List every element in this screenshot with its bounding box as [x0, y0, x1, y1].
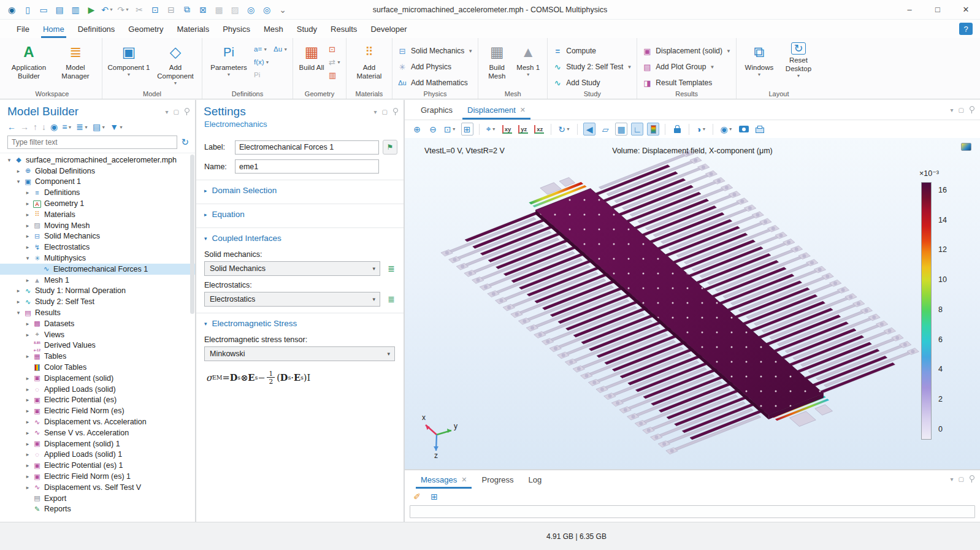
tree-expander-icon[interactable]: ▸ — [23, 353, 32, 359]
panel-menu-icon[interactable]: ▾ — [951, 476, 954, 483]
tree-item[interactable]: ▸⌖Views — [0, 329, 195, 340]
tree-item[interactable]: ▸▣Displacement (solid) — [0, 373, 195, 384]
tree-expander-icon[interactable]: ▸ — [23, 441, 32, 447]
tree-expander-icon[interactable]: ▸ — [23, 201, 32, 207]
find-icon[interactable]: ◎ — [244, 3, 258, 17]
cut-icon[interactable]: ✂ — [132, 3, 146, 17]
help-button[interactable]: ? — [959, 23, 973, 35]
tree-item[interactable]: ▸▣Electric Potential (es) 1 — [0, 460, 195, 471]
tree-expander-icon[interactable]: ▸ — [23, 321, 32, 327]
close-button[interactable]: ✕ — [952, 0, 980, 20]
graphics-tab-displacement[interactable]: Displacement✕ — [460, 100, 533, 120]
electrostatics-select[interactable]: Electrostatics — [204, 292, 380, 307]
menu-materials[interactable]: Materials — [170, 20, 216, 38]
close-tab-icon[interactable]: ✕ — [520, 106, 526, 114]
tree-expander-icon[interactable]: ▸ — [23, 375, 32, 381]
tree-item[interactable]: ▸▩Datasets — [0, 318, 195, 329]
tree-item[interactable]: ▸≡Definitions — [0, 187, 195, 198]
redo-icon[interactable]: ↷▼ — [117, 3, 130, 17]
add-component-button[interactable]: ◇ Add Component▼ — [154, 41, 197, 86]
plot-group-button[interactable]: ▣ Displacement (solid)▼ — [642, 44, 731, 58]
panel-menu-icon[interactable]: ▾ — [166, 109, 169, 115]
tree-expander-icon[interactable]: ▾ — [5, 157, 13, 163]
variables-button[interactable]: a=▼ — [254, 44, 267, 55]
print-icon[interactable] — [754, 123, 766, 136]
move-down-icon[interactable]: ↓ — [42, 122, 46, 132]
menu-results[interactable]: Results — [324, 20, 364, 38]
tree-filter-input[interactable] — [7, 136, 177, 149]
show-icon[interactable]: ◉ — [50, 122, 58, 132]
tree-item[interactable]: 8.85 e-12Derived Values — [0, 340, 195, 351]
import-geometry-icon[interactable]: ⊡ — [329, 44, 341, 55]
functions-button[interactable]: f(x)▼ — [254, 56, 288, 67]
tree-expander-icon[interactable]: ▸ — [14, 288, 23, 294]
sync-geometry-icon[interactable]: ⇄▼ — [329, 56, 341, 67]
mesh-1-button[interactable]: ▲ Mesh 1▼ — [514, 41, 542, 77]
menu-study[interactable]: Study — [290, 20, 324, 38]
menu-home[interactable]: Home — [36, 20, 71, 38]
tree-item[interactable]: ▸AGeometry 1 — [0, 198, 195, 209]
parameter-case-button[interactable]: Pi — [254, 69, 288, 80]
tree-expander-icon[interactable]: ▸ — [23, 277, 32, 283]
tree-item[interactable]: ▸◌Applied Loads (solid) 1 — [0, 449, 195, 460]
parameters-button[interactable]: Pi Parameters▼ — [207, 41, 250, 77]
compute-button[interactable]: = Compute — [553, 44, 632, 58]
go-back-icon[interactable]: ← — [7, 122, 16, 132]
model-manager-button[interactable]: ≣ Model Manager — [54, 41, 97, 81]
messages-tab-progress[interactable]: Progress — [474, 470, 521, 489]
view-xz-icon[interactable]: xz — [533, 123, 545, 136]
tree-item[interactable]: ▾◆surface_micromachined_accelerometer.mp… — [0, 155, 195, 166]
tree-item[interactable]: ▸⊟Solid Mechanics — [0, 231, 195, 242]
accelerometer-3d-model[interactable] — [405, 138, 980, 469]
section-domain-selection[interactable]: ▸ Domain Selection — [196, 180, 404, 200]
add-study-button[interactable]: ∿ Add Study — [553, 75, 632, 90]
panel-pin-icon[interactable] — [184, 108, 189, 115]
add-material-button[interactable]: ⠿ Add Material — [351, 41, 387, 81]
study-2-button[interactable]: ∿ Study 2: Self Test▼ — [553, 59, 632, 74]
tree-item[interactable]: ▸∿Study 2: Self Test — [0, 296, 195, 307]
tree-expander-icon[interactable]: ▸ — [23, 451, 32, 457]
solid-mechanics-select[interactable]: Solid Mechanics — [204, 261, 380, 276]
tree-expander-icon[interactable]: ▸ — [23, 408, 32, 414]
tree-item[interactable]: ▸∿Displacement vs. Acceleration — [0, 416, 195, 427]
panel-pin-icon[interactable] — [392, 108, 397, 115]
menu-physics[interactable]: Physics — [216, 20, 257, 38]
section-coupled-interfaces[interactable]: ▾ Coupled Interfaces — [196, 227, 404, 248]
go-to-source-icon[interactable]: ≣ — [385, 294, 397, 304]
maximize-button[interactable]: □ — [924, 0, 952, 20]
tree-expander-icon[interactable]: ▸ — [23, 430, 32, 436]
transparency-icon[interactable]: ▱ — [599, 123, 611, 136]
tree-item[interactable]: ▸▣Electric Potential (es) — [0, 395, 195, 406]
lock-axes-icon[interactable] — [671, 123, 683, 136]
label-field[interactable] — [235, 140, 379, 155]
plot-thumbnail-icon[interactable] — [961, 143, 971, 151]
snapshot-icon[interactable] — [738, 123, 750, 136]
zoom-extents-icon[interactable]: ⊞ — [461, 123, 473, 136]
duplicate-icon[interactable]: ⧉ — [180, 3, 194, 17]
menu-definitions[interactable]: Definitions — [71, 20, 122, 38]
open-file-icon[interactable]: ▭ — [37, 3, 50, 17]
deselect-box-icon[interactable]: ▨ — [228, 3, 242, 17]
tree-expander-icon[interactable]: ▸ — [23, 473, 32, 479]
graphics-tab-graphics[interactable]: Graphics — [413, 100, 460, 120]
stress-tensor-select[interactable]: Minkowski — [204, 346, 395, 361]
tree-expander-icon[interactable]: ▾ — [14, 310, 23, 316]
delete-icon[interactable]: ⊠ — [196, 3, 210, 17]
tree-item[interactable]: ▸∿Study 1: Normal Operation — [0, 286, 195, 297]
color-theme-icon[interactable]: ◑▼ — [695, 123, 707, 136]
tree-item[interactable]: ▸∿Sense V vs. Acceleration — [0, 427, 195, 438]
tree-item[interactable]: ✎Reports — [0, 504, 195, 515]
tree-expander-icon[interactable]: ▸ — [23, 244, 32, 250]
physics-interface-button[interactable]: ⊟ Solid Mechanics▼ — [397, 44, 473, 58]
zoom-in-icon[interactable]: ⊕ — [411, 123, 423, 136]
filter-icon[interactable]: ▼▼ — [110, 122, 123, 132]
view-xy-icon[interactable]: xy — [501, 123, 514, 136]
tree-scrollbar[interactable] — [190, 155, 194, 314]
tree-expander-icon[interactable]: ▾ — [23, 255, 32, 261]
tree-expander-icon[interactable]: ▸ — [14, 168, 23, 174]
rotate-icon[interactable]: ↻▼ — [557, 123, 572, 136]
panel-float-icon[interactable]: ▢ — [174, 109, 179, 115]
comsol-logo-icon[interactable]: ◉ — [5, 3, 18, 17]
tree-expander-icon[interactable]: ▸ — [23, 332, 32, 338]
tree-expander-icon[interactable]: ▸ — [23, 233, 32, 239]
